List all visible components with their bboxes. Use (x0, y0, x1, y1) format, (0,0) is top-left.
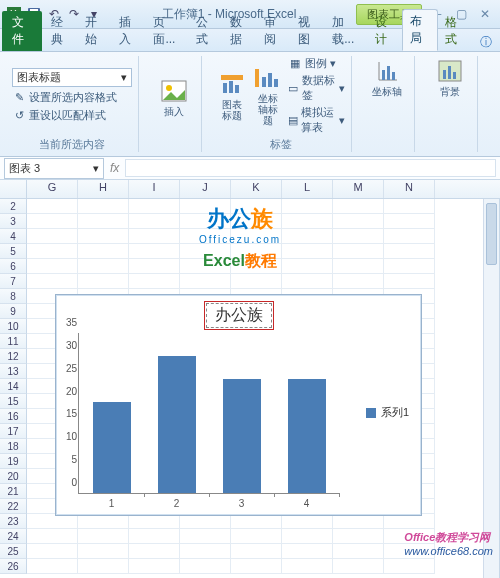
cell[interactable] (282, 559, 333, 574)
fx-icon[interactable]: fx (110, 161, 119, 175)
axis-title-button[interactable]: 坐标轴标题 (252, 63, 284, 128)
row-header[interactable]: 18 (0, 439, 27, 454)
chart-bar[interactable] (223, 379, 261, 493)
chart-object[interactable]: 办公族 051015202530351234 系列1 (55, 294, 422, 516)
cell[interactable] (27, 259, 78, 274)
legend-button[interactable]: ▦图例 ▾ (288, 56, 345, 71)
reset-style-button[interactable]: ↺重设以匹配样式 (12, 108, 132, 123)
chart-legend[interactable]: 系列1 (366, 405, 409, 420)
row-header[interactable]: 24 (0, 529, 27, 544)
cell[interactable] (282, 514, 333, 529)
row-header[interactable]: 10 (0, 319, 27, 334)
tab-review[interactable]: 审阅 (257, 11, 291, 51)
cell[interactable] (384, 274, 435, 289)
cell[interactable] (78, 559, 129, 574)
row-header[interactable]: 12 (0, 349, 27, 364)
cell[interactable] (129, 544, 180, 559)
tab-page-layout[interactable]: 页面... (146, 11, 188, 51)
column-header[interactable]: I (129, 180, 180, 198)
cell[interactable] (384, 214, 435, 229)
cell[interactable] (27, 214, 78, 229)
row-header[interactable]: 15 (0, 394, 27, 409)
row-header[interactable]: 26 (0, 559, 27, 574)
row-header[interactable]: 5 (0, 244, 27, 259)
cell[interactable] (282, 274, 333, 289)
cell[interactable] (180, 529, 231, 544)
column-header[interactable]: J (180, 180, 231, 198)
cell[interactable] (231, 514, 282, 529)
tab-file[interactable]: 文件 (2, 11, 42, 51)
tab-insert[interactable]: 插入 (112, 11, 146, 51)
chart-bar[interactable] (288, 379, 326, 493)
row-header[interactable]: 11 (0, 334, 27, 349)
row-header[interactable]: 3 (0, 214, 27, 229)
scrollbar-thumb[interactable] (486, 203, 497, 265)
name-box[interactable]: 图表 3▾ (4, 158, 104, 179)
cell[interactable] (384, 259, 435, 274)
cell[interactable] (78, 274, 129, 289)
row-header[interactable]: 21 (0, 484, 27, 499)
cell[interactable] (27, 544, 78, 559)
row-header[interactable]: 25 (0, 544, 27, 559)
row-header[interactable]: 13 (0, 364, 27, 379)
cell[interactable] (384, 229, 435, 244)
close-button[interactable]: ✕ (476, 6, 494, 22)
tab-formula[interactable]: 公式 (189, 11, 223, 51)
row-header[interactable]: 17 (0, 424, 27, 439)
analysis-button[interactable]: 分析 (492, 56, 500, 99)
cell[interactable] (78, 514, 129, 529)
cell[interactable] (333, 544, 384, 559)
tab-view[interactable]: 视图 (291, 11, 325, 51)
background-button[interactable]: 背景 (429, 56, 471, 99)
cell[interactable] (78, 529, 129, 544)
cell[interactable] (384, 199, 435, 214)
column-header[interactable]: N (384, 180, 435, 198)
cell[interactable] (180, 544, 231, 559)
cell[interactable] (333, 274, 384, 289)
row-header[interactable]: 2 (0, 199, 27, 214)
tab-addin[interactable]: 加载... (325, 11, 367, 51)
cell[interactable] (27, 514, 78, 529)
tab-chart-layout[interactable]: 布局 (402, 9, 438, 51)
chart-title-button[interactable]: 图表标题 (216, 69, 248, 123)
vertical-scrollbar[interactable] (483, 199, 499, 578)
cell[interactable] (129, 514, 180, 529)
cell[interactable] (333, 529, 384, 544)
cell[interactable] (231, 274, 282, 289)
cell[interactable] (180, 514, 231, 529)
row-header[interactable]: 23 (0, 514, 27, 529)
tab-chart-design[interactable]: 设计 (368, 11, 402, 51)
column-header[interactable]: M (333, 180, 384, 198)
column-header[interactable]: G (27, 180, 78, 198)
tab-classic[interactable]: 经典 (44, 11, 78, 51)
cell[interactable] (384, 559, 435, 574)
select-all-corner[interactable] (0, 180, 27, 198)
cell[interactable] (27, 559, 78, 574)
row-header[interactable]: 19 (0, 454, 27, 469)
chart-title-element[interactable]: 办公族 (204, 301, 274, 330)
data-labels-button[interactable]: ▭数据标签 ▾ (288, 73, 345, 103)
column-header[interactable]: L (282, 180, 333, 198)
cell[interactable] (129, 559, 180, 574)
data-table-button[interactable]: ▤模拟运算表 ▾ (288, 105, 345, 135)
cell[interactable] (27, 229, 78, 244)
row-header[interactable]: 4 (0, 229, 27, 244)
cell[interactable] (129, 274, 180, 289)
cell[interactable] (333, 514, 384, 529)
tab-chart-format[interactable]: 格式 (438, 11, 472, 51)
cell[interactable] (384, 514, 435, 529)
cell[interactable] (180, 274, 231, 289)
tab-data[interactable]: 数据 (223, 11, 257, 51)
row-header[interactable]: 8 (0, 289, 27, 304)
cell[interactable] (78, 544, 129, 559)
cell[interactable] (231, 529, 282, 544)
cell[interactable] (27, 274, 78, 289)
row-header[interactable]: 6 (0, 259, 27, 274)
format-selection-button[interactable]: ✎设置所选内容格式 (12, 90, 132, 105)
chart-element-selector[interactable]: 图表标题▾ (12, 68, 132, 87)
cell[interactable] (129, 529, 180, 544)
chart-bar[interactable] (158, 356, 196, 493)
axes-button[interactable]: 坐标轴 (366, 56, 408, 99)
row-header[interactable]: 22 (0, 499, 27, 514)
cell[interactable] (27, 529, 78, 544)
